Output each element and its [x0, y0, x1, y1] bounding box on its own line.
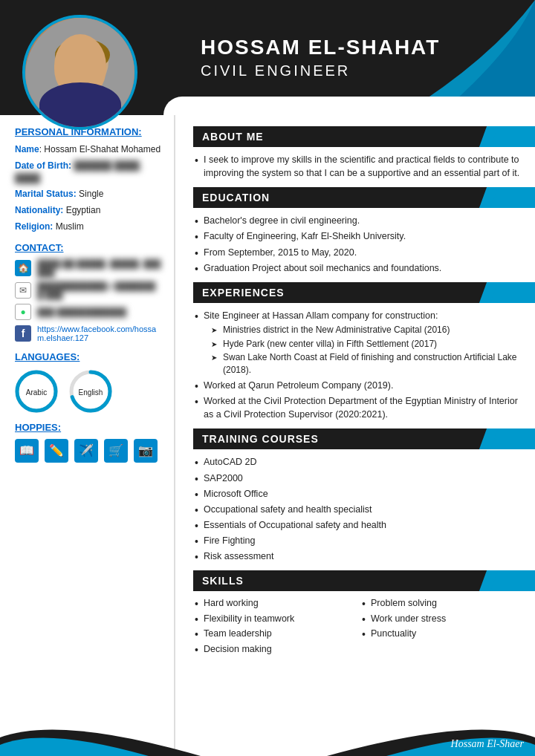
skills-section: SKILLS Hard working Flexibility in teamw…: [193, 570, 520, 658]
signature: Hossam El-Shaer: [451, 738, 524, 750]
nationality-row: Nationality: Egyptian: [15, 204, 163, 217]
education-item-4: Graduation Project about soil mechanics …: [193, 261, 520, 275]
education-list: Bachelor's degree in civil engineering. …: [193, 214, 520, 275]
about-text: I seek to improve my skills in the scien…: [193, 153, 520, 180]
about-header: ABOUT ME: [193, 126, 520, 147]
hobbies-section: HOPPIES: 📖 ✏️ ✈️ 🛒 📷: [15, 422, 163, 463]
body-layout: PERSONAL INFORMATION: Name: Hossam El-Sh…: [0, 115, 535, 756]
svg-point-3: [71, 58, 77, 64]
name-label: Name: [15, 144, 39, 154]
hobbies-title: HOPPIES:: [15, 422, 163, 433]
exp-sub-1: Ministries district in the New Administr…: [211, 324, 520, 336]
about-section: ABOUT ME I seek to improve my skills in …: [193, 126, 520, 180]
name-value: Hossam El-Shahat Mohamed: [44, 144, 160, 154]
page: HOSSAM EL-SHAHAT CIVIL ENGINEER: [0, 0, 535, 756]
hobby-book-icon: 📖: [15, 439, 39, 463]
training-item-2: SAP2000: [193, 472, 520, 485]
education-item-3: From September, 2015 to May, 2020.: [193, 246, 520, 259]
experiences-section: EXPERIENCES Site Engineer at Hassan Alla…: [193, 282, 520, 422]
education-item-2: Faculty of Engineering, Kafr El-Sheikh U…: [193, 229, 520, 243]
marital-value: Single: [79, 189, 103, 199]
languages-section: LANGUAGES: Arabic: [15, 351, 163, 413]
main-content: ABOUT ME I seek to improve my skills in …: [175, 115, 535, 756]
contact-section: CONTACT: 🏠 ████ ██ █████, █████, ██████ …: [15, 242, 163, 342]
training-item-6: Fire Fighting: [193, 534, 520, 547]
header-text: HOSSAM EL-SHAHAT CIVIL ENGINEER: [201, 36, 440, 79]
hobby-shopping-icon: 🛒: [104, 439, 128, 463]
hobby-travel-icon: ✈️: [74, 439, 98, 463]
training-header: TRAINING COURSES: [193, 428, 520, 449]
dob-label: Date of Birth:: [15, 160, 71, 171]
mail-icon: ✉: [15, 282, 31, 299]
sidebar: PERSONAL INFORMATION: Name: Hossam El-Sh…: [0, 115, 175, 756]
avatar-image: [25, 18, 134, 127]
experience-item-3: Worked at the Civil Protection Departmen…: [193, 394, 520, 421]
exp-sub-3: Swan Lake North Coast at Field of finish…: [211, 351, 520, 377]
training-item-5: Essentials of Occupational safety and he…: [193, 518, 520, 532]
training-item-7: Risk assessment: [193, 550, 520, 563]
education-item-1: Bachelor's degree in civil engineering.: [193, 214, 520, 227]
skill-6: Work under stress: [360, 613, 520, 626]
religion-label: Religion:: [15, 221, 53, 232]
language-english: English: [69, 370, 112, 413]
header-bottom-curve: [163, 97, 535, 115]
skill-4: Decision making: [193, 643, 353, 656]
skills-header: SKILLS: [193, 570, 520, 591]
svg-point-2: [42, 96, 123, 130]
marital-row: Marital Status: Single: [15, 188, 163, 201]
arabic-circle: Arabic: [15, 370, 58, 413]
person-title: CIVIL ENGINEER: [201, 62, 440, 79]
nationality-label: Nationality:: [15, 205, 63, 215]
bottom-left-blue: [0, 715, 149, 756]
svg-point-4: [88, 58, 94, 64]
hobby-camera-icon: 📷: [134, 439, 158, 463]
avatar: [22, 15, 137, 130]
facebook-icon: f: [15, 325, 31, 342]
name-row: Name: Hossam El-Shahat Mohamed: [15, 143, 163, 156]
svg-point-7: [89, 63, 98, 69]
skill-2: Flexibility in teamwork: [193, 613, 353, 626]
svg-point-5: [55, 39, 110, 71]
education-header: EDUCATION: [193, 187, 520, 208]
personal-info-section: PERSONAL INFORMATION: Name: Hossam El-Sh…: [15, 126, 163, 233]
language-arabic: Arabic: [15, 370, 58, 413]
experiences-list: Site Engineer at Hassan Allam company fo…: [193, 309, 520, 422]
email-text: ████████████@████████.███: [37, 281, 163, 299]
experiences-header: EXPERIENCES: [193, 282, 520, 303]
skills-col-1: Hard working Flexibility in teamwork Tea…: [193, 597, 353, 658]
training-item-3: Microsoft Office: [193, 487, 520, 501]
whatsapp-icon: ●: [15, 304, 31, 320]
address-text: ████ ██ █████, █████, ██████: [37, 259, 163, 277]
training-section: TRAINING COURSES AutoCAD 2D SAP2000 Micr…: [193, 428, 520, 563]
religion-row: Religion: Muslim: [15, 221, 163, 233]
education-section: EDUCATION Bachelor's degree in civil eng…: [193, 187, 520, 275]
contact-title: CONTACT:: [15, 242, 163, 253]
skill-7: Punctuality: [360, 628, 520, 641]
svg-text:Arabic: Arabic: [26, 388, 47, 397]
languages-row: Arabic English: [15, 370, 163, 413]
svg-point-6: [67, 63, 76, 69]
email-row: ✉ ████████████@████████.███: [15, 281, 163, 299]
experience-sub-list-1: Ministries district in the New Administr…: [211, 324, 520, 377]
house-icon: 🏠: [15, 260, 31, 276]
skill-3: Team leadership: [193, 628, 353, 641]
nationality-value: Egyptian: [66, 205, 101, 215]
training-list: AutoCAD 2D SAP2000 Microsoft Office Occu…: [193, 455, 520, 563]
experience-item-1: Site Engineer at Hassan Allam company fo…: [193, 309, 520, 377]
phone-row: ● ███ ████████████: [15, 304, 163, 320]
skill-1: Hard working: [193, 597, 353, 610]
exp-sub-2: Hyde Park (new center villa) in Fifth Se…: [211, 338, 520, 351]
religion-value: Muslim: [56, 221, 84, 232]
hobbies-icons: 📖 ✏️ ✈️ 🛒 📷: [15, 439, 163, 463]
skills-col-2: Problem solving Work under stress Punctu…: [360, 597, 520, 658]
languages-title: LANGUAGES:: [15, 351, 163, 362]
skills-grid: Hard working Flexibility in teamwork Tea…: [193, 597, 520, 658]
training-item-4: Occupational safety and health specialis…: [193, 503, 520, 516]
address-row: 🏠 ████ ██ █████, █████, ██████: [15, 259, 163, 277]
svg-text:English: English: [79, 388, 103, 397]
facebook-text[interactable]: https://www.facebook.com/hossam.elshaer.…: [37, 325, 163, 342]
about-list: I seek to improve my skills in the scien…: [193, 153, 520, 180]
training-item-1: AutoCAD 2D: [193, 455, 520, 469]
dob-row: Date of Birth: ██████ ████, ████: [15, 160, 163, 185]
english-circle: English: [69, 370, 112, 413]
